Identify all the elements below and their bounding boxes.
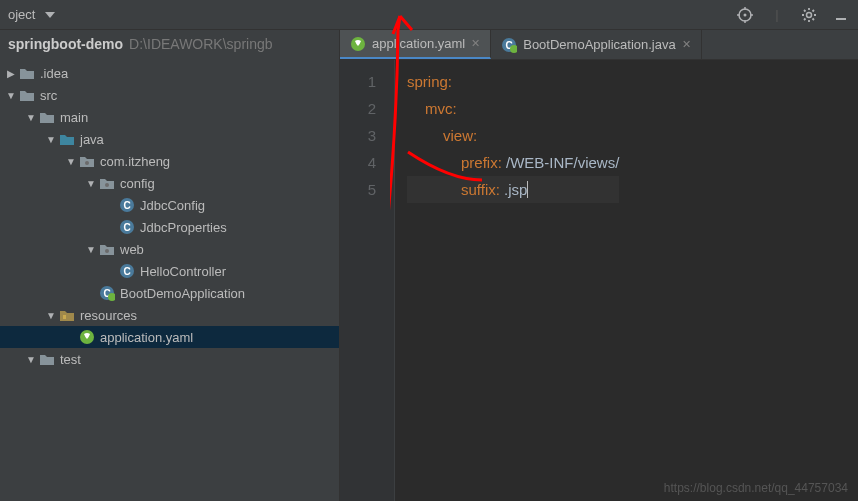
minimize-icon[interactable] bbox=[832, 6, 850, 24]
project-sidebar: springboot-demo D:\IDEAWORK\springb ▶.id… bbox=[0, 30, 340, 501]
svg-text:C: C bbox=[123, 266, 130, 277]
tree-class-hello[interactable]: CHelloController bbox=[0, 260, 339, 282]
folder-icon bbox=[18, 65, 36, 81]
tree-package-web[interactable]: ▼web bbox=[0, 238, 339, 260]
chevron-down-icon: ▼ bbox=[84, 178, 98, 189]
svg-rect-7 bbox=[836, 18, 846, 20]
tree-folder-java[interactable]: ▼java bbox=[0, 128, 339, 150]
chevron-down-icon: ▼ bbox=[44, 134, 58, 145]
close-icon[interactable]: ✕ bbox=[471, 37, 480, 50]
tree-class-jdbcconfig[interactable]: CJdbcConfig bbox=[0, 194, 339, 216]
tree-class-bootdemo[interactable]: CBootDemoApplication bbox=[0, 282, 339, 304]
class-icon: C bbox=[118, 197, 136, 213]
package-icon bbox=[98, 175, 116, 191]
folder-icon bbox=[18, 87, 36, 103]
chevron-right-icon: ▶ bbox=[4, 68, 18, 79]
tree-folder-main[interactable]: ▼main bbox=[0, 106, 339, 128]
code-content[interactable]: spring: mvc: view: prefix: /WEB-INF/view… bbox=[395, 60, 631, 501]
svg-text:C: C bbox=[123, 200, 130, 211]
svg-point-9 bbox=[105, 183, 109, 187]
package-icon bbox=[98, 241, 116, 257]
tree-folder-idea[interactable]: ▶.idea bbox=[0, 62, 339, 84]
class-icon: C bbox=[118, 219, 136, 235]
target-icon[interactable] bbox=[736, 6, 754, 24]
svg-text:C: C bbox=[123, 222, 130, 233]
spring-boot-icon: C bbox=[501, 37, 517, 53]
spring-config-icon bbox=[78, 329, 96, 345]
chevron-down-icon: ▼ bbox=[4, 90, 18, 101]
chevron-down-icon: ▼ bbox=[84, 244, 98, 255]
chevron-down-icon: ▼ bbox=[64, 156, 78, 167]
dropdown-icon[interactable] bbox=[41, 6, 59, 24]
tree-package[interactable]: ▼com.itzheng bbox=[0, 150, 339, 172]
svg-point-14 bbox=[105, 249, 109, 253]
project-name: springboot-demo bbox=[8, 36, 123, 52]
tab-label: application.yaml bbox=[372, 36, 465, 51]
tab-application-yaml[interactable]: application.yaml ✕ bbox=[340, 30, 491, 59]
tree-package-config[interactable]: ▼config bbox=[0, 172, 339, 194]
tree-folder-src[interactable]: ▼src bbox=[0, 84, 339, 106]
code-editor[interactable]: 12345 spring: mvc: view: prefix: /WEB-IN… bbox=[340, 60, 858, 501]
spring-config-icon bbox=[350, 36, 366, 52]
gear-icon[interactable] bbox=[800, 6, 818, 24]
project-dropdown-label[interactable]: oject bbox=[8, 7, 35, 22]
class-icon: C bbox=[118, 263, 136, 279]
close-icon[interactable]: ✕ bbox=[682, 38, 691, 51]
package-icon bbox=[78, 153, 96, 169]
line-gutter: 12345 bbox=[340, 60, 395, 501]
tree-folder-test[interactable]: ▼test bbox=[0, 348, 339, 370]
project-tree[interactable]: ▶.idea ▼src ▼main ▼java ▼com.itzheng ▼co… bbox=[0, 58, 339, 374]
tree-class-jdbcprops[interactable]: CJdbcProperties bbox=[0, 216, 339, 238]
breadcrumb: springboot-demo D:\IDEAWORK\springb bbox=[0, 30, 339, 58]
watermark: https://blog.csdn.net/qq_44757034 bbox=[664, 481, 848, 495]
editor-tabs: application.yaml ✕ C BootDemoApplication… bbox=[340, 30, 858, 60]
divider-icon: | bbox=[768, 6, 786, 24]
chevron-down-icon: ▼ bbox=[24, 112, 38, 123]
svg-point-6 bbox=[807, 12, 812, 17]
chevron-down-icon: ▼ bbox=[24, 354, 38, 365]
chevron-down-icon: ▼ bbox=[44, 310, 58, 321]
spring-boot-icon: C bbox=[98, 285, 116, 301]
svg-point-8 bbox=[85, 161, 89, 165]
tree-folder-resources[interactable]: ▼resources bbox=[0, 304, 339, 326]
source-folder-icon bbox=[58, 131, 76, 147]
tree-file-appyaml[interactable]: application.yaml bbox=[0, 326, 339, 348]
text-cursor bbox=[527, 181, 528, 198]
project-path: D:\IDEAWORK\springb bbox=[129, 36, 272, 52]
tab-bootdemo[interactable]: C BootDemoApplication.java ✕ bbox=[491, 30, 701, 59]
main-toolbar: oject | bbox=[0, 0, 858, 30]
resources-folder-icon bbox=[58, 307, 76, 323]
svg-rect-20 bbox=[63, 315, 66, 319]
folder-icon bbox=[38, 109, 56, 125]
editor-area: application.yaml ✕ C BootDemoApplication… bbox=[340, 30, 858, 501]
folder-icon bbox=[38, 351, 56, 367]
tab-label: BootDemoApplication.java bbox=[523, 37, 675, 52]
svg-point-1 bbox=[744, 13, 747, 16]
